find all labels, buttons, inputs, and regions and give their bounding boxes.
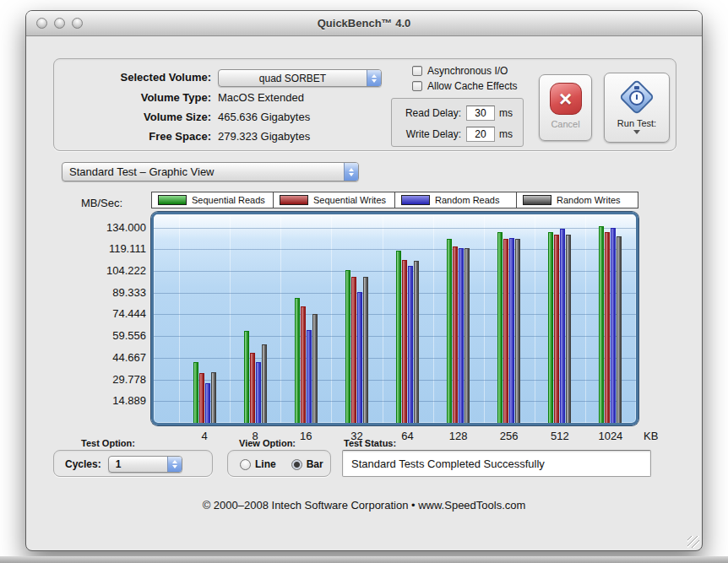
legend-label: Sequential Writes <box>313 195 386 205</box>
vertical-gridline <box>433 214 434 423</box>
y-tick-label: 14.889 <box>72 394 146 407</box>
cycles-value: 1 <box>109 458 167 470</box>
run-test-menu-arrow-icon <box>633 130 640 134</box>
bar <box>363 277 368 423</box>
async-io-label: Asynchronous I/O <box>427 65 508 77</box>
desktop-edge <box>0 556 728 563</box>
bar <box>617 236 622 423</box>
y-tick-label: 44.667 <box>72 351 146 364</box>
vertical-gridline <box>585 214 586 423</box>
write-delay-input[interactable] <box>466 127 495 142</box>
bar <box>599 226 604 423</box>
bar <box>497 232 503 423</box>
cache-effects-checkbox[interactable] <box>412 81 422 91</box>
test-view-select[interactable]: Standard Test – Graphic View <box>62 162 359 181</box>
cancel-x-icon: × <box>550 83 582 115</box>
bar <box>447 239 452 423</box>
free-space-label: Free Space: <box>54 130 211 143</box>
read-delay-input[interactable] <box>466 106 495 121</box>
popup-arrows-icon <box>367 70 381 86</box>
resize-grip[interactable] <box>687 536 699 548</box>
x-tick-label: 256 <box>488 430 530 442</box>
selected-volume-select[interactable]: quad SORBET <box>218 69 382 87</box>
cancel-button-label: Cancel <box>551 119 579 129</box>
legend-item: Sequential Writes <box>273 192 394 208</box>
test-status-label: Test Status: <box>344 438 396 448</box>
popup-arrows-icon <box>344 163 358 181</box>
read-delay-unit: ms <box>499 107 513 119</box>
bar <box>566 235 571 423</box>
bar <box>560 229 565 423</box>
volume-size-label: Volume Size: <box>54 111 211 123</box>
bar <box>244 331 249 423</box>
vertical-gridline <box>179 214 180 423</box>
selected-volume-label: Selected Volume: <box>54 71 211 84</box>
legend-swatch <box>280 195 308 205</box>
vertical-gridline <box>484 214 485 423</box>
stopwatch-icon <box>617 77 657 117</box>
bar <box>312 314 318 424</box>
x-tick-label: 1024 <box>589 430 632 442</box>
vertical-gridline <box>280 214 281 423</box>
y-tick-label: 59.556 <box>72 329 146 342</box>
volume-size-value: 465.636 Gigabytes <box>218 111 310 123</box>
legend-item: Random Reads <box>394 192 516 208</box>
bar <box>211 372 216 424</box>
legend-item: Random Writes <box>516 192 638 208</box>
bar <box>307 330 312 424</box>
bar <box>262 344 267 423</box>
vertical-gridline <box>636 214 637 423</box>
bar <box>301 306 306 423</box>
bar <box>396 251 401 423</box>
bar <box>465 248 470 423</box>
chart-frame <box>151 212 638 425</box>
line-radio-option[interactable]: Line <box>240 458 276 470</box>
y-tick-label: 74.444 <box>72 307 146 320</box>
bar <box>408 266 413 424</box>
bar <box>611 228 616 424</box>
volume-type-label: Volume Type: <box>54 91 211 104</box>
y-tick-label: 89.333 <box>72 286 146 299</box>
bar <box>357 292 362 424</box>
bar-radio-option[interactable]: Bar <box>291 458 323 470</box>
y-tick-label: 119.111 <box>72 242 146 255</box>
y-axis-unit-label: MB/Sec: <box>81 197 122 209</box>
legend-label: Sequential Reads <box>192 195 265 205</box>
x-axis-unit-label: KB <box>644 430 658 442</box>
legend-label: Random Writes <box>557 195 621 205</box>
delay-group-box: Read Delay: ms Write Delay: ms <box>391 98 524 147</box>
bar <box>459 248 464 423</box>
async-io-checkbox[interactable] <box>412 66 422 76</box>
line-radio-label: Line <box>255 458 276 470</box>
volume-panel: Selected Volume: quad SORBET Volume Type… <box>53 58 676 151</box>
title-bar[interactable]: QuickBench™ 4.0 <box>26 11 702 36</box>
bar <box>453 246 458 423</box>
bar-radio-label: Bar <box>307 458 323 470</box>
x-tick-label: 512 <box>539 430 581 442</box>
line-radio[interactable] <box>240 459 251 470</box>
run-test-button[interactable]: Run Test: <box>604 73 670 143</box>
read-delay-label: Read Delay: <box>392 107 461 119</box>
bar-radio[interactable] <box>291 459 302 470</box>
selected-volume-value: quad SORBET <box>219 73 367 84</box>
bar <box>554 235 559 423</box>
volume-type-value: MacOS Extended <box>218 91 304 104</box>
x-tick-label: 128 <box>437 430 480 442</box>
y-axis: 134.000119.111104.22289.33374.44459.5564… <box>72 214 146 423</box>
bar <box>351 277 356 423</box>
legend-swatch <box>158 195 187 205</box>
y-tick-label: 134.000 <box>72 221 146 234</box>
bar <box>250 353 255 423</box>
bar <box>402 260 407 424</box>
test-status-value: Standard Tests Completed Successfully <box>351 457 545 470</box>
write-delay-unit: ms <box>499 128 513 140</box>
vertical-gridline <box>383 214 383 423</box>
view-option-box: Line Bar <box>227 450 331 477</box>
bar <box>345 270 350 423</box>
run-test-button-label: Run Test: <box>617 118 656 128</box>
cycles-stepper[interactable]: 1 <box>108 456 182 473</box>
free-space-value: 279.323 Gigabytes <box>218 130 310 143</box>
test-view-value: Standard Test – Graphic View <box>62 165 344 178</box>
test-status-field: Standard Tests Completed Successfully <box>342 450 651 477</box>
cancel-button[interactable]: × Cancel <box>539 74 592 141</box>
